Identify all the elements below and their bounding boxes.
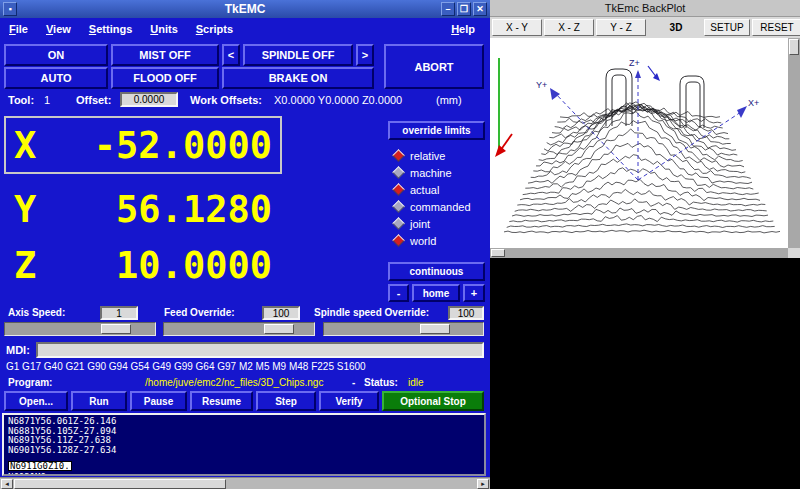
override-limits-button[interactable]: override limits [388,121,485,140]
program-line: N6901Y56.128Z-27.634 [8,446,480,456]
mdi-input[interactable] [36,342,484,358]
spindle-button[interactable]: SPINDLE OFF [243,44,353,66]
radio-diamond-icon [392,149,405,162]
window-menu-icon[interactable]: ▪ [3,2,17,16]
tab-3d[interactable]: 3D [658,19,694,36]
radio-joint[interactable]: joint [394,216,430,231]
spindle-faster-button[interactable]: > [356,44,374,66]
radio-label: relative [410,150,445,162]
backplot-hscroll-thumb[interactable] [491,249,505,257]
radio-label: machine [410,167,452,179]
backplot-plot: Z+Y+X+ [490,38,788,248]
radio-label: actual [410,184,439,196]
mist-button[interactable]: MIST OFF [111,44,219,66]
title-bar: ▪ TkEMC – ❐ ✕ [0,0,490,18]
feed-override-value: 100 [262,306,300,320]
horizontal-scrollbar[interactable]: ◂ ▸ [0,477,490,489]
axis-speed-slider-handle[interactable] [101,324,131,334]
resume-button[interactable]: Resume [190,391,253,411]
step-button[interactable]: Step [256,391,316,411]
brake-button[interactable]: BRAKE ON [222,67,374,89]
menu-file[interactable]: File [0,21,37,37]
backplot-canvas[interactable]: Z+Y+X+ [490,38,788,248]
backplot-vscrollbar[interactable] [788,38,800,248]
spindle-override-slider-handle[interactable] [420,324,450,334]
status-label: Status: [364,377,398,388]
tkemc-window: ▪ TkEMC – ❐ ✕ File View Settings Units S… [0,0,490,489]
x-axis-display[interactable]: X -52.0000 [4,116,282,174]
verify-button[interactable]: Verify [319,391,379,411]
scroll-right-icon[interactable]: ▸ [477,479,489,489]
radio-label: commanded [410,201,471,213]
spindle-override-value: 100 [448,306,484,320]
radio-diamond-icon [392,166,405,179]
status-value: idle [408,377,424,388]
z-axis-letter: Z [14,244,36,287]
work-offsets-label: Work Offsets: [190,93,262,108]
jog-plus-button[interactable]: + [463,284,485,302]
radio-commanded[interactable]: commanded [394,199,471,214]
backplot-vscroll-thumb[interactable] [789,39,799,55]
offset-label: Offset: [76,93,111,108]
backplot-hscrollbar[interactable] [490,248,788,258]
menu-settings[interactable]: Settings [80,21,141,37]
menu-help[interactable]: Help [442,21,484,37]
program-line-active: N6911G0Z10. [8,461,72,471]
program-path: /home/juve/emc2/nc_files/3D_Chips.ngc [145,377,323,388]
program-label: Program: [8,377,52,388]
spindle-override-label: Spindle speed Override: [314,307,429,318]
menu-scripts[interactable]: Scripts [187,21,242,37]
z-axis-value: 10.0000 [116,244,272,287]
scroll-left-icon[interactable]: ◂ [1,479,13,489]
optional-stop-button[interactable]: Optional Stop [382,391,484,411]
feed-override-label: Feed Override: [164,307,235,318]
menu-units[interactable]: Units [141,21,187,37]
jog-minus-button[interactable]: - [388,284,409,302]
units-label: (mm) [436,93,462,108]
tab-setup[interactable]: SETUP [704,19,750,36]
axis-speed-slider[interactable] [4,322,156,336]
tab-reset[interactable]: RESET [752,19,800,36]
program-line: N6931M9 [8,473,480,476]
spindle-slower-button[interactable]: < [222,44,240,66]
radio-label: joint [410,218,430,230]
axis-speed-value: 1 [100,306,138,320]
menu-view[interactable]: View [37,21,80,37]
program-listing[interactable]: N6871Y56.061Z-26.146 N6881Y56.105Z-27.09… [2,413,486,476]
window-title: TkEMC [225,2,266,16]
tool-offset-entry[interactable]: 0.0000 [120,92,178,107]
radio-label: world [410,235,436,247]
flood-button[interactable]: FLOOD OFF [111,67,219,89]
svg-text:X+: X+ [748,98,759,108]
home-button[interactable]: home [412,284,460,302]
feed-override-slider-handle[interactable] [264,324,294,334]
scrollbar-thumb[interactable] [14,479,226,489]
mdi-label: MDI: [6,343,30,358]
minimize-icon[interactable]: – [441,2,455,16]
close-icon[interactable]: ✕ [473,2,487,16]
radio-world[interactable]: world [394,233,436,248]
machine-on-button[interactable]: ON [4,44,108,66]
backplot-title: TkEmc BackPlot [605,2,686,14]
tab-xz[interactable]: X - Z [544,19,594,36]
radio-relative[interactable]: relative [394,148,445,163]
z-axis-display[interactable]: Z 10.0000 [4,240,282,290]
radio-diamond-icon [392,234,405,247]
abort-button[interactable]: ABORT [384,44,484,89]
radio-diamond-icon [392,183,405,196]
mode-auto-button[interactable]: AUTO [4,67,108,89]
run-button[interactable]: Run [71,391,127,411]
feed-override-slider[interactable] [163,322,315,336]
maximize-icon[interactable]: ❐ [457,2,471,16]
radio-machine[interactable]: machine [394,165,452,180]
tab-yz[interactable]: Y - Z [596,19,646,36]
y-axis-display[interactable]: Y 56.1280 [4,184,282,234]
open-button[interactable]: Open... [4,391,68,411]
jog-mode-button[interactable]: continuous [388,262,485,281]
x-axis-value: -52.0000 [94,124,272,167]
spindle-override-slider[interactable] [323,322,484,336]
pause-button[interactable]: Pause [130,391,187,411]
radio-actual[interactable]: actual [394,182,439,197]
active-gcodes: G1 G17 G40 G21 G90 G94 G54 G49 G99 G64 G… [6,361,366,372]
tab-xy[interactable]: X - Y [492,19,542,36]
